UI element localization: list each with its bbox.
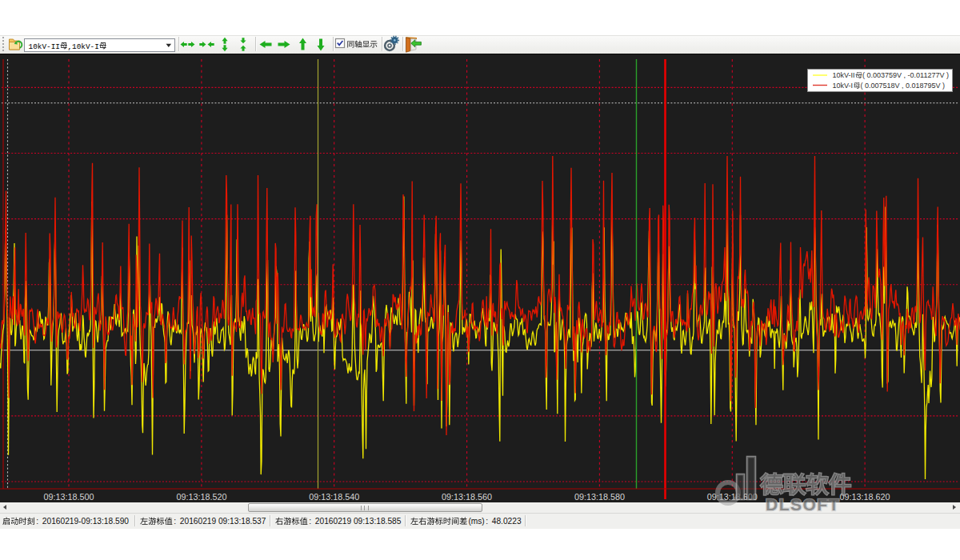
svg-text:20160219 09:13:18.537: 20160219 09:13:18.537 (180, 517, 266, 526)
svg-text:DLSOFT: DLSOFT (766, 495, 840, 514)
svg-text:20160219 09:13:18.585: 20160219 09:13:18.585 (315, 517, 402, 526)
svg-text::: : (309, 517, 311, 526)
svg-text:20160219-09:13:18.590: 20160219-09:13:18.590 (42, 517, 130, 526)
svg-text::: : (486, 517, 488, 526)
svg-text::: : (174, 517, 176, 526)
svg-text:48.0223: 48.0223 (492, 517, 522, 526)
svg-text::: : (36, 517, 38, 526)
svg-text:(ms): (ms) (468, 517, 484, 526)
svg-text:,10kV-I: ,10kV-I (67, 42, 98, 51)
svg-text:10kV-II: 10kV-II (29, 42, 60, 51)
